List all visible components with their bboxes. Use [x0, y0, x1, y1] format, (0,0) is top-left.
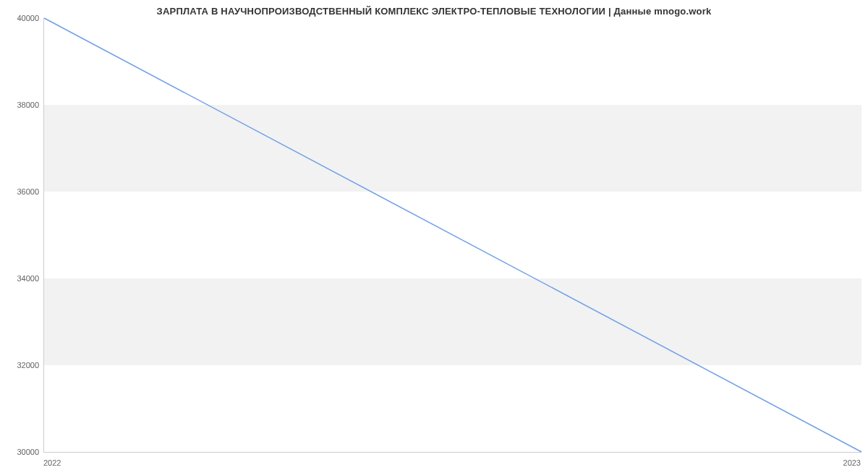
chart-title: ЗАРПЛАТА В НАУЧНОПРОИЗВОДСТВЕННЫЙ КОМПЛЕ…: [0, 6, 868, 17]
y-tick-label: 30000: [3, 448, 39, 456]
x-tick-label: 2023: [843, 458, 861, 467]
y-tick-label: 32000: [3, 361, 39, 369]
y-tick-label: 34000: [3, 274, 39, 283]
y-tick-label: 38000: [3, 101, 39, 109]
y-tick-label: 40000: [3, 14, 39, 22]
series-line: [44, 18, 861, 452]
chart-container: ЗАРПЛАТА В НАУЧНОПРОИЗВОДСТВЕННЫЙ КОМПЛЕ…: [0, 0, 868, 470]
y-tick-label: 36000: [3, 187, 39, 196]
plot-area: [43, 18, 861, 453]
data-line: [44, 18, 861, 452]
x-tick-label: 2022: [43, 458, 61, 467]
